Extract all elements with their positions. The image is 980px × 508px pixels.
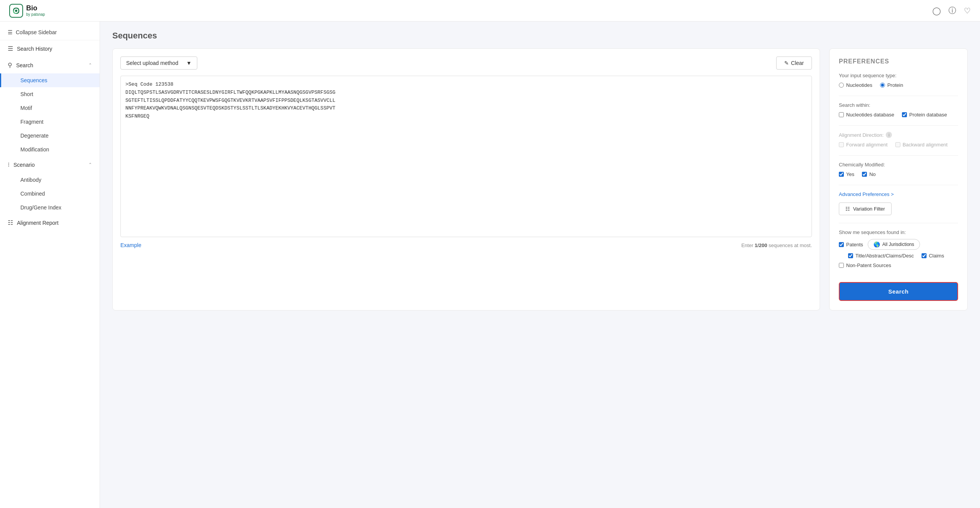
divider-1 (839, 96, 958, 96)
chemically-modified-label: Chemically Modified: (839, 162, 958, 168)
forward-alignment-checkbox[interactable] (839, 142, 844, 147)
help-circle-icon[interactable]: ⓘ (948, 5, 956, 16)
backward-alignment-label: Backward alignment (903, 142, 948, 148)
variation-filter-button[interactable]: ☷ Variation Filter (839, 203, 892, 215)
advanced-preferences-link[interactable]: Advanced Preferences > (839, 191, 958, 197)
sidebar-item-drug-gene[interactable]: Drug/Gene Index (0, 201, 100, 214)
protein-radio-item[interactable]: Protein (880, 82, 903, 88)
all-jurisdictions-label: All Jurisdictions (882, 242, 914, 247)
search-sub-items: Sequences Short Motif Fragment Degenerat… (0, 73, 100, 156)
protein-radio[interactable] (880, 83, 885, 88)
patents-label: Patents (846, 242, 863, 247)
eraser-icon: ✎ (784, 60, 789, 66)
protein-db-label: Protein database (909, 112, 947, 118)
nucleotides-radio[interactable] (839, 83, 844, 88)
clear-button[interactable]: ✎ Clear (776, 56, 812, 70)
sidebar-item-short[interactable]: Short (0, 87, 100, 101)
no-checkbox[interactable] (862, 172, 867, 177)
sequences-panel: Select upload method ▼ ✎ Clear >Seq Code… (112, 48, 820, 310)
all-jurisdictions-button[interactable]: 🌎 All Jurisdictions (868, 239, 920, 250)
timer-icon[interactable]: ◯ (932, 6, 941, 15)
alignment-direction-label: Alignment Direction: (839, 132, 883, 138)
example-link[interactable]: Example (120, 242, 141, 248)
header-icons: ◯ ⓘ ♡ (932, 5, 971, 16)
sidebar-item-alignment-report[interactable]: ☷ Alignment Report (0, 214, 100, 231)
protein-radio-label: Protein (887, 82, 903, 88)
scenario-sub-items: Antibody Combined Drug/Gene Index (0, 173, 100, 214)
divider-2 (839, 125, 958, 126)
select-upload-dropdown[interactable]: Select upload method ▼ (120, 56, 197, 70)
sidebar-section-scenario[interactable]: ⁝ Scenario ⌃ (0, 156, 100, 173)
collapse-sidebar-button[interactable]: ☰ Collapse Sidebar (0, 25, 100, 40)
no-label: No (869, 171, 876, 177)
sidebar-item-motif[interactable]: Motif (0, 101, 100, 115)
sidebar-search-history-label: Search History (17, 46, 92, 52)
nucleotides-db-checkbox[interactable] (839, 112, 844, 117)
info-icon[interactable]: i (886, 132, 892, 138)
backward-alignment-checkbox-item[interactable]: Backward alignment (895, 142, 948, 148)
nucleotides-db-label: Nucleotides database (846, 112, 894, 118)
sidebar-item-sequences[interactable]: Sequences (0, 73, 100, 87)
title-abstract-checkbox-item[interactable]: Title/Abstract/Claims/Desc (848, 253, 914, 259)
yes-checkbox[interactable] (839, 172, 844, 177)
bio-logo-icon (9, 4, 23, 18)
sidebar-section-search[interactable]: ⚲ Search ⌃ (0, 57, 100, 73)
top-header: Bio by patsnap ◯ ⓘ ♡ (0, 0, 980, 22)
patents-checkbox[interactable] (839, 242, 844, 247)
dropdown-arrow-icon: ▼ (186, 60, 192, 66)
search-within-label: Search within: (839, 102, 958, 108)
collapse-sidebar-label: Collapse Sidebar (16, 29, 57, 35)
patents-checkbox-item[interactable]: Patents (839, 242, 863, 247)
sidebar-item-antibody[interactable]: Antibody (0, 173, 100, 187)
chemically-modified-section: Chemically Modified: Yes No (839, 162, 958, 177)
title-abstract-checkbox[interactable] (848, 253, 853, 258)
svg-point-0 (15, 10, 17, 12)
toolbar-row: Select upload method ▼ ✎ Clear (120, 56, 812, 70)
divider-4 (839, 185, 958, 185)
nucleotides-radio-item[interactable]: Nucleotides (839, 82, 872, 88)
content-row: Select upload method ▼ ✎ Clear >Seq Code… (112, 48, 968, 310)
seq-count: 1/200 (755, 242, 767, 248)
sidebar-scenario-label: Scenario (13, 162, 85, 168)
clear-label: Clear (791, 60, 804, 66)
show-sequences-label: Show me sequences found in: (839, 229, 958, 235)
protein-db-checkbox-item[interactable]: Protein database (902, 112, 947, 118)
sub-checkbox-row: Title/Abstract/Claims/Desc Claims (848, 253, 958, 259)
jurisdictions-row: Patents 🌎 All Jurisdictions (839, 239, 958, 250)
sidebar-item-fragment[interactable]: Fragment (0, 115, 100, 129)
non-patent-checkbox-item[interactable]: Non-Patent Sources (839, 262, 958, 268)
sidebar-item-degenerate[interactable]: Degenerate (0, 129, 100, 143)
logo-area: Bio by patsnap (9, 4, 45, 18)
forward-alignment-checkbox-item[interactable]: Forward alignment (839, 142, 888, 148)
search-button[interactable]: Search (839, 282, 958, 301)
sidebar-item-search-history[interactable]: ☰ Search History (0, 40, 100, 57)
search-chevron-icon: ⌃ (88, 63, 92, 68)
yes-label: Yes (846, 171, 854, 177)
claims-checkbox-item[interactable]: Claims (922, 253, 944, 259)
forward-alignment-label: Forward alignment (846, 142, 888, 148)
sequence-textarea[interactable]: >Seq Code 123538 DIQLTQSPSTLSASVGDRVTITC… (120, 76, 812, 237)
bell-icon[interactable]: ♡ (964, 6, 971, 15)
claims-checkbox[interactable] (922, 253, 927, 258)
sidebar-search-label: Search (16, 62, 85, 68)
sidebar-item-modification[interactable]: Modification (0, 143, 100, 156)
sidebar-item-combined[interactable]: Combined (0, 187, 100, 201)
chemically-modified-group: Yes No (839, 171, 958, 177)
nucleotides-db-checkbox-item[interactable]: Nucleotides database (839, 112, 894, 118)
table-icon: ☷ (8, 219, 13, 226)
yes-checkbox-item[interactable]: Yes (839, 171, 854, 177)
claims-label: Claims (929, 253, 944, 259)
logo-text: Bio by patsnap (26, 5, 45, 17)
seq-hint: Enter 1/200 sequences at most. (741, 242, 812, 248)
alignment-direction-section: Alignment Direction: i Forward alignment… (839, 132, 958, 148)
no-checkbox-item[interactable]: No (862, 171, 876, 177)
grid-icon: ⁝ (8, 161, 10, 168)
app-layout: ☰ Collapse Sidebar ☰ Search History ⚲ Se… (0, 22, 980, 508)
sidebar: ☰ Collapse Sidebar ☰ Search History ⚲ Se… (0, 22, 100, 508)
title-abstract-label: Title/Abstract/Claims/Desc (855, 253, 914, 259)
logo-by-label: by patsnap (26, 12, 45, 17)
backward-alignment-checkbox[interactable] (895, 142, 900, 147)
search-icon: ⚲ (8, 61, 12, 69)
protein-db-checkbox[interactable] (902, 112, 907, 117)
non-patent-checkbox[interactable] (839, 263, 844, 268)
